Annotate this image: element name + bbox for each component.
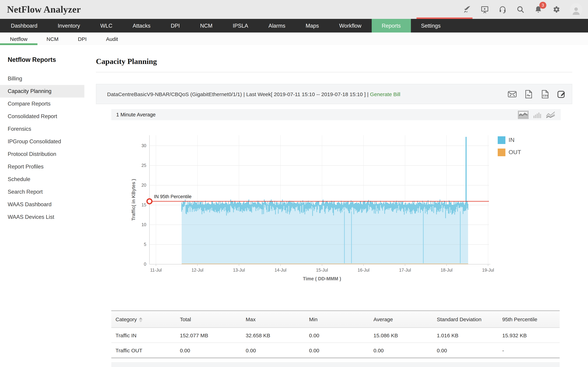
svg-text:18-Jul: 18-Jul: [441, 267, 453, 272]
notification-badge: 3: [539, 2, 546, 9]
sort-icon[interactable]: [139, 317, 142, 322]
value-cell: 0.00: [437, 343, 502, 358]
global-search-icon[interactable]: [516, 5, 525, 14]
subtab-audit[interactable]: Audit: [97, 33, 127, 45]
settings-gear-icon[interactable]: [552, 5, 560, 14]
line-chart-icon[interactable]: [546, 111, 555, 118]
column-header-average[interactable]: Average: [373, 311, 437, 328]
sidebar-item-capacity-planning[interactable]: Capacity Planning: [0, 85, 84, 98]
module-tabs: NetflowNCMDPIAudit: [0, 33, 588, 45]
report-header-bar: DataCentreBasicV9-NBAR/CBQoS (GigabitEth…: [96, 84, 572, 104]
svg-text:CSV: CSV: [543, 94, 548, 97]
value-cell: 0.00: [309, 328, 373, 343]
column-header-max[interactable]: Max: [246, 311, 309, 328]
svg-text:Traffic( in KBytes ): Traffic( in KBytes ): [131, 179, 136, 221]
category-cell: Traffic IN: [111, 328, 180, 343]
svg-text:IN 95th Percentile: IN 95th Percentile: [154, 194, 192, 199]
nav-item-dpi[interactable]: DPI: [161, 19, 190, 33]
column-header-min[interactable]: Min: [309, 311, 373, 328]
main-content: Capacity Planning DataCentreBasicV9-NBAR…: [84, 45, 588, 367]
edit-report-icon[interactable]: [557, 89, 566, 99]
support-headset-icon[interactable]: [498, 5, 507, 14]
value-cell: 15.086 KB: [373, 328, 437, 343]
traffic-stats-table: CategoryTotalMaxMinAverageStandard Devia…: [111, 310, 560, 358]
svg-text:14-Jul: 14-Jul: [275, 267, 286, 272]
title-divider: [96, 72, 572, 72]
nav-item-inventory[interactable]: Inventory: [48, 19, 90, 33]
svg-text:10: 10: [141, 222, 146, 227]
sidebar-item-waas-dashboard[interactable]: WAAS Dashboard: [0, 198, 84, 211]
subtab-netflow[interactable]: Netflow: [0, 33, 37, 45]
svg-text:Time ( DD-MMM ): Time ( DD-MMM ): [303, 276, 341, 281]
svg-text:13-Jul: 13-Jul: [233, 267, 245, 272]
reports-sidebar: Netflow Reports BillingCapacity Planning…: [0, 45, 85, 367]
email-icon[interactable]: [508, 89, 517, 99]
netflow-analyzer-app: NetFlow Analyzer 3: [0, 0, 588, 367]
sidebar-item-forensics[interactable]: Forensics: [0, 123, 84, 135]
subtab-dpi[interactable]: DPI: [68, 33, 97, 45]
bottom-section-bar: [111, 362, 560, 367]
legend-swatch-in: [498, 136, 505, 144]
svg-text:17-Jul: 17-Jul: [399, 267, 411, 272]
svg-text:12-Jul: 12-Jul: [191, 267, 203, 272]
sidebar-item-compare-reports[interactable]: Compare Reports: [0, 98, 84, 110]
sidebar-item-schedule[interactable]: Schedule: [0, 173, 84, 186]
top-bar: NetFlow Analyzer 3: [0, 0, 588, 19]
generate-bill-link[interactable]: Generate Bill: [370, 91, 400, 97]
svg-text:0: 0: [144, 262, 146, 267]
separator: |: [243, 91, 246, 97]
nav-item-ipsla[interactable]: IPSLA: [223, 19, 258, 33]
sidebar-item-billing[interactable]: Billing: [0, 72, 84, 85]
svg-text:25: 25: [141, 163, 146, 168]
report-selection-text: DataCentreBasicV9-NBAR/CBQoS (GigabitEth…: [107, 91, 400, 97]
legend-item-in[interactable]: IN: [498, 136, 521, 144]
legend-label: IN: [509, 137, 515, 144]
sidebar-item-consolidated-report[interactable]: Consolidated Report: [0, 110, 84, 123]
svg-text:20: 20: [141, 183, 146, 188]
legend-item-out[interactable]: OUT: [498, 149, 521, 156]
page-title: Capacity Planning: [96, 57, 588, 66]
chart-granularity-label: 1 Minute Average: [116, 112, 156, 117]
chart-panel-header: 1 Minute Average: [111, 109, 561, 120]
sidebar-item-search-report[interactable]: Search Report: [0, 186, 84, 198]
sidebar-item-report-profiles[interactable]: Report Profiles: [0, 160, 84, 173]
sidebar-list: BillingCapacity PlanningCompare ReportsC…: [0, 72, 84, 223]
nav-item-alarms[interactable]: Alarms: [258, 19, 295, 33]
column-header-standard-deviation[interactable]: Standard Deviation: [437, 311, 502, 328]
notifications-bell-icon[interactable]: 3: [534, 5, 543, 14]
nav-item-wlc[interactable]: WLC: [90, 19, 122, 33]
getting-started-rocket-icon[interactable]: [463, 5, 471, 14]
user-avatar[interactable]: [570, 3, 582, 16]
nav-item-attacks[interactable]: Attacks: [122, 19, 161, 33]
table-row-traffic-in: Traffic IN152.077 MB32.658 KB0.0015.086 …: [111, 328, 560, 343]
pdf-export-icon[interactable]: [524, 89, 533, 99]
bar-chart-icon[interactable]: [533, 111, 541, 118]
nav-item-maps[interactable]: Maps: [295, 19, 329, 33]
svg-text:5: 5: [144, 242, 146, 247]
value-cell: 0.00: [309, 343, 373, 358]
table-header-row: CategoryTotalMaxMinAverageStandard Devia…: [111, 311, 560, 328]
sidebar-item-waas-devices-list[interactable]: WAAS Devices List: [0, 211, 84, 223]
demo-video-icon[interactable]: [481, 5, 489, 14]
subtab-ncm[interactable]: NCM: [37, 33, 68, 45]
nav-item-ncm[interactable]: NCM: [190, 19, 223, 33]
column-header-total[interactable]: Total: [180, 311, 246, 328]
column-header-95th-percentile[interactable]: 95th Percentile: [502, 311, 560, 328]
main-nav: DashboardInventoryWLCAttacksDPINCMIPSLAA…: [0, 19, 588, 33]
nav-item-reports[interactable]: Reports: [372, 19, 411, 33]
sidebar-item-ipgroup-consolidated[interactable]: IPGroup Consolidated: [0, 135, 84, 148]
topbar-icon-group: 3: [463, 0, 582, 19]
nav-item-workflow[interactable]: Workflow: [329, 19, 372, 33]
nav-item-dashboard[interactable]: Dashboard: [1, 19, 48, 33]
sidebar-item-protocol-distribution[interactable]: Protocol Distribution: [0, 148, 84, 160]
report-device-label: DataCentreBasicV9-NBAR/CBQoS (GigabitEth…: [107, 91, 242, 97]
chart-type-switcher: [518, 111, 555, 119]
svg-text:30: 30: [141, 143, 146, 148]
nav-item-settings[interactable]: Settings: [411, 19, 451, 33]
area-chart-icon[interactable]: [518, 111, 528, 119]
value-cell: 0.00: [373, 343, 437, 358]
csv-export-icon[interactable]: CSV: [540, 89, 550, 99]
column-header-category[interactable]: Category: [111, 311, 180, 328]
svg-text:11-Jul: 11-Jul: [150, 267, 162, 272]
sidebar-title: Netflow Reports: [8, 56, 84, 64]
